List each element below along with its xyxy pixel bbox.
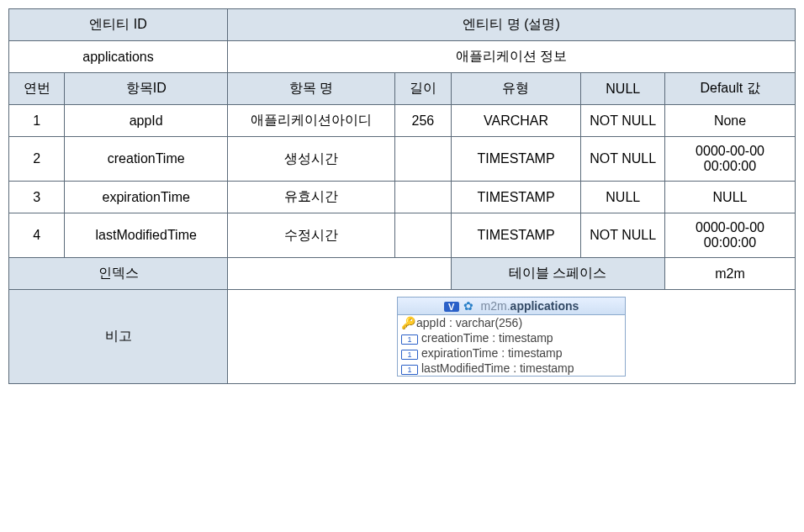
header-row-1: 엔티티 ID 엔티티 명 (설명)	[9, 9, 796, 41]
header-row-2: applications 애플리케이션 정보	[9, 41, 796, 73]
cell-default: None	[665, 105, 796, 137]
remarks-label: 비고	[9, 290, 228, 384]
col-null: NULL	[581, 73, 665, 105]
cell-item-id: lastModifiedTime	[65, 213, 228, 258]
view-icon: V	[444, 302, 459, 312]
cell-type: TIMESTAMP	[451, 182, 581, 213]
entity-id-value: applications	[9, 41, 228, 73]
cell-length	[395, 137, 451, 182]
cell-type: TIMESTAMP	[451, 213, 581, 258]
cell-type: VARCHAR	[451, 105, 581, 137]
cell-item-id: expirationTime	[65, 182, 228, 213]
cell-default: NULL	[665, 182, 796, 213]
cell-length: 256	[395, 105, 451, 137]
cell-null: NOT NULL	[581, 137, 665, 182]
table-row: 4 lastModifiedTime 수정시간 TIMESTAMP NOT NU…	[9, 213, 796, 258]
cell-seq: 3	[9, 182, 65, 213]
schema-prefix: m2m.	[481, 299, 510, 313]
cell-item-id: appId	[65, 105, 228, 137]
schema-column: 1lastModifiedTime : timestamp	[398, 361, 625, 376]
cell-length	[395, 182, 451, 213]
cell-item-name: 수정시간	[228, 213, 395, 258]
col-default: Default 값	[665, 73, 796, 105]
tablespace-value: m2m	[665, 258, 796, 290]
cell-item-name: 생성시간	[228, 137, 395, 182]
index-label: 인덱스	[9, 258, 228, 290]
cell-length	[395, 213, 451, 258]
cell-null: NOT NULL	[581, 105, 665, 137]
cell-type: TIMESTAMP	[451, 137, 581, 182]
remarks-content: V✿ m2m.applications 🔑appId : varchar(256…	[228, 290, 796, 384]
cell-seq: 1	[9, 105, 65, 137]
cell-null: NOT NULL	[581, 213, 665, 258]
schema-col-text: lastModifiedTime : timestamp	[421, 361, 574, 375]
table-row: 2 creationTime 생성시간 TIMESTAMP NOT NULL 0…	[9, 137, 796, 182]
schema-name: applications	[510, 299, 579, 313]
col-type: 유형	[451, 73, 581, 105]
schema-col-text: expirationTime : timestamp	[421, 346, 563, 360]
column-icon: 1	[401, 350, 418, 360]
schema-col-text: appId : varchar(256)	[416, 316, 522, 329]
entity-spec-table: 엔티티 ID 엔티티 명 (설명) applications 애플리케이션 정보…	[8, 8, 796, 384]
gear-icon: ✿	[463, 299, 474, 313]
entity-name-value: 애플리케이션 정보	[228, 41, 796, 73]
index-value	[228, 258, 452, 290]
col-seq: 연번	[9, 73, 65, 105]
key-icon: 🔑	[401, 316, 413, 329]
cell-item-id: creationTime	[65, 137, 228, 182]
cell-null: NULL	[581, 182, 665, 213]
cell-item-name: 애플리케이션아이디	[228, 105, 395, 137]
column-header-row: 연번 항목ID 항목 명 길이 유형 NULL Default 값	[9, 73, 796, 105]
tablespace-label: 테이블 스페이스	[451, 258, 664, 290]
schema-column: 🔑appId : varchar(256)	[398, 315, 625, 330]
schema-col-text: creationTime : timestamp	[421, 331, 553, 345]
schema-column: 1creationTime : timestamp	[398, 330, 625, 345]
schema-column: 1expirationTime : timestamp	[398, 345, 625, 361]
entity-name-label: 엔티티 명 (설명)	[228, 9, 796, 41]
index-row: 인덱스 테이블 스페이스 m2m	[9, 258, 796, 290]
column-icon: 1	[401, 334, 418, 345]
cell-seq: 2	[9, 137, 65, 182]
cell-default: 0000-00-00 00:00:00	[665, 213, 796, 258]
table-row: 1 appId 애플리케이션아이디 256 VARCHAR NOT NULL N…	[9, 105, 796, 137]
cell-seq: 4	[9, 213, 65, 258]
col-item-id: 항목ID	[65, 73, 228, 105]
col-length: 길이	[395, 73, 451, 105]
column-icon: 1	[401, 365, 418, 375]
schema-diagram: V✿ m2m.applications 🔑appId : varchar(256…	[397, 297, 626, 377]
entity-id-label: 엔티티 ID	[9, 9, 228, 41]
cell-default: 0000-00-00 00:00:00	[665, 137, 796, 182]
schema-title: V✿ m2m.applications	[398, 298, 625, 315]
col-item-name: 항목 명	[228, 73, 395, 105]
remarks-row: 비고 V✿ m2m.applications 🔑appId : varchar(…	[9, 290, 796, 384]
table-row: 3 expirationTime 유효시간 TIMESTAMP NULL NUL…	[9, 182, 796, 213]
cell-item-name: 유효시간	[228, 182, 395, 213]
